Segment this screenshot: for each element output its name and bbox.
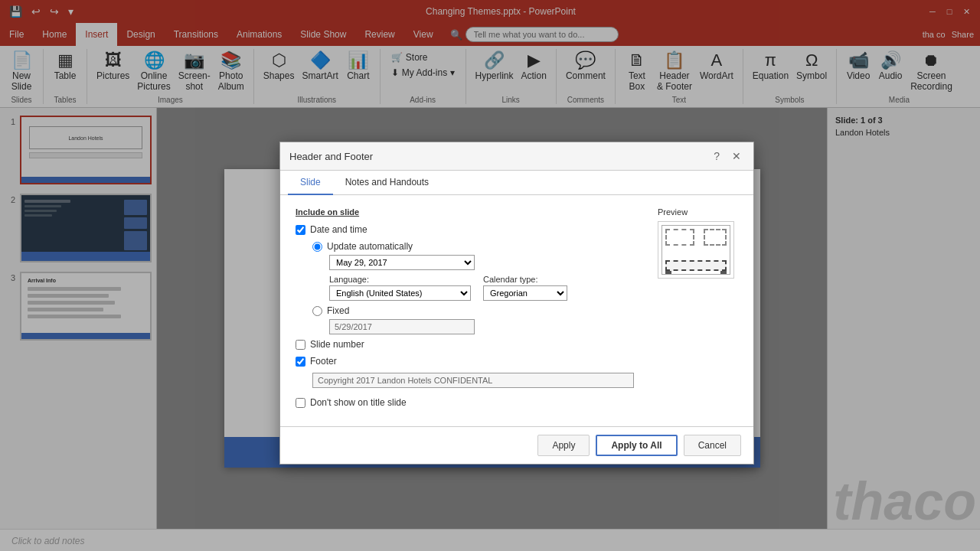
footer-row: Footer: [296, 356, 645, 367]
header-footer-dialog: Header and Footer ? ✕ Slide Notes and Ha…: [279, 142, 754, 465]
preview-top-left: [665, 229, 694, 246]
calendar-dropdown[interactable]: Gregorian: [483, 285, 567, 301]
calendar-col: Calendar type: Gregorian: [483, 275, 567, 301]
date-time-row: Date and time: [296, 224, 645, 235]
modal-controls[interactable]: ? ✕: [710, 148, 744, 164]
fixed-input-row: [329, 319, 645, 334]
fixed-label[interactable]: Fixed: [327, 305, 349, 316]
language-label: Language:: [329, 275, 471, 284]
update-auto-radio[interactable]: [312, 242, 322, 252]
fixed-radio[interactable]: [312, 306, 322, 316]
cancel-btn[interactable]: Cancel: [684, 435, 741, 456]
slide-number-checkbox[interactable]: [296, 340, 305, 350]
modal-title: Header and Footer: [289, 151, 373, 162]
preview-bottom: [665, 260, 727, 271]
section-title: Include on slide: [296, 207, 645, 217]
calendar-label: Calendar type:: [483, 275, 567, 284]
preview-inner: [662, 225, 730, 275]
language-calendar-row: Language: English (United States) Calend…: [329, 275, 645, 301]
update-auto-label[interactable]: Update automatically: [327, 241, 413, 252]
preview-box: [658, 221, 734, 279]
fixed-radio-row: Fixed: [312, 305, 645, 316]
slide-number-label[interactable]: Slide number: [310, 339, 364, 350]
language-dropdown[interactable]: English (United States): [329, 285, 471, 301]
modal-close-btn[interactable]: ✕: [729, 148, 744, 164]
apply-all-btn[interactable]: Apply to All: [596, 435, 677, 456]
apply-btn[interactable]: Apply: [537, 435, 590, 456]
dont-show-row: Don't show on title slide: [296, 397, 645, 408]
preview-title: Preview: [658, 207, 738, 217]
footer-checkbox[interactable]: [296, 357, 305, 367]
fixed-date-input[interactable]: [329, 319, 475, 334]
footer-label[interactable]: Footer: [310, 356, 337, 367]
modal-overlay: Header and Footer ? ✕ Slide Notes and Ha…: [0, 0, 980, 551]
dont-show-label[interactable]: Don't show on title slide: [310, 397, 407, 408]
modal-right: Preview: [658, 207, 738, 414]
preview-marker-left: [665, 271, 671, 274]
date-dropdown[interactable]: May 29, 2017: [329, 255, 475, 270]
slide-number-row: Slide number: [296, 339, 645, 350]
date-select-row: May 29, 2017: [329, 255, 645, 270]
footer-input-row: [312, 373, 645, 388]
modal-titlebar: Header and Footer ? ✕: [280, 142, 753, 171]
dont-show-checkbox[interactable]: [296, 398, 305, 408]
modal-tabs: Slide Notes and Handouts: [280, 171, 753, 195]
date-time-label[interactable]: Date and time: [310, 224, 368, 235]
language-col: Language: English (United States): [329, 275, 471, 301]
modal-left: Include on slide Date and time Update au…: [296, 207, 645, 414]
modal-footer: Apply Apply to All Cancel: [280, 426, 753, 464]
modal-body: Include on slide Date and time Update au…: [280, 195, 753, 426]
update-auto-row: Update automatically: [312, 241, 645, 252]
footer-input[interactable]: [312, 373, 634, 388]
modal-tab-slide[interactable]: Slide: [288, 171, 333, 195]
preview-marker-right: [720, 271, 727, 274]
preview-top-right: [704, 229, 727, 246]
modal-tab-notes[interactable]: Notes and Handouts: [333, 171, 441, 195]
radio-group-datetime: Update automatically May 29, 2017 Langua…: [312, 241, 645, 334]
date-time-checkbox[interactable]: [296, 225, 305, 235]
modal-help-btn[interactable]: ?: [710, 148, 723, 164]
